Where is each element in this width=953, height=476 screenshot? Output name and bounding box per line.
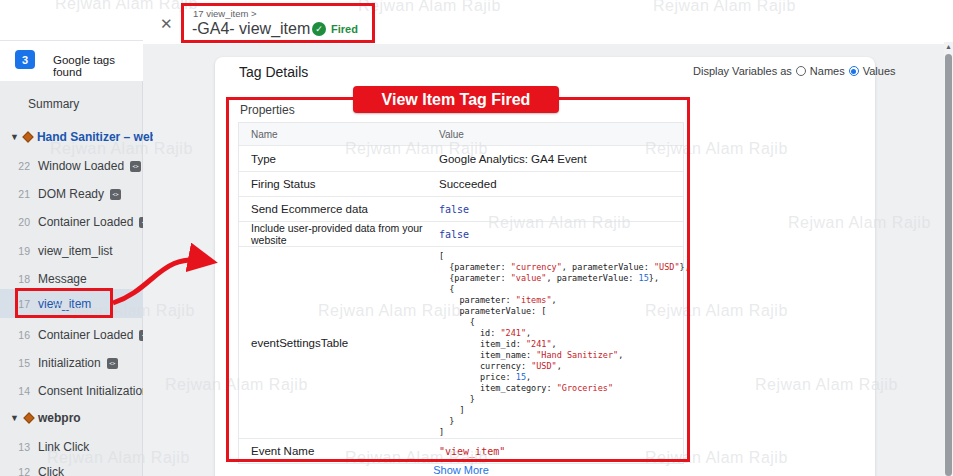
- table-row-event-settings: eventSettingsTable [ {parameter: "curren…: [239, 246, 683, 438]
- property-name: eventSettingsTable: [239, 337, 439, 349]
- event-number: 15: [0, 357, 38, 369]
- event-number: 14: [0, 385, 38, 397]
- tags-found-overlay: 3 Google tags found: [0, 41, 143, 81]
- event-type-icon: <>: [130, 161, 141, 172]
- property-value: Google Analytics: GA4 Event: [439, 153, 587, 165]
- event-type-icon: <>: [107, 358, 118, 369]
- column-header-name: Name: [239, 129, 439, 140]
- event-label: Initialization: [38, 356, 101, 370]
- tag-diamond-icon: [23, 412, 34, 423]
- table-header-row: Name Value: [239, 123, 683, 145]
- event-type-icon: <>: [139, 330, 143, 341]
- event-label: Message: [38, 272, 87, 286]
- event-number: 17: [0, 298, 38, 310]
- sidebar-event-19[interactable]: 19 view_item_list: [0, 243, 143, 259]
- show-more-link[interactable]: Show More: [238, 464, 684, 476]
- radio-names-label[interactable]: Names: [810, 65, 845, 77]
- sidebar-event-17-selected[interactable]: 17 view_item: [0, 296, 143, 312]
- event-settings-code: [ {parameter: "currency", parameterValue…: [439, 247, 690, 444]
- sidebar-event-15[interactable]: 15 Initialization <>: [0, 355, 143, 371]
- event-label: Container Loaded: [38, 328, 133, 342]
- property-value: false: [439, 204, 469, 215]
- tag-details-title: Tag Details: [239, 64, 308, 80]
- fired-status-badge: ✓ Fired: [312, 22, 358, 36]
- google-tags-count-badge: 3: [15, 50, 35, 69]
- connect-header: [0, 0, 143, 41]
- sidebar-event-21[interactable]: 21 DOM Ready <>: [0, 186, 143, 202]
- sidebar-event-18[interactable]: 18 Message: [0, 271, 143, 287]
- event-label: DOM Ready: [38, 187, 104, 201]
- sidebar-event-14[interactable]: 14 Consent Initialization: [0, 383, 143, 399]
- radio-values[interactable]: [849, 66, 859, 76]
- property-value: "view_item": [439, 446, 505, 457]
- fired-label: Fired: [331, 23, 358, 35]
- radio-names[interactable]: [796, 66, 806, 76]
- tag-title: -GA4- view_item: [192, 20, 310, 38]
- container-group-label: webpro: [38, 411, 81, 425]
- event-number: 12: [0, 466, 38, 476]
- container-group-webpro[interactable]: ▼ webpro: [10, 410, 153, 426]
- table-row-type: Type Google Analytics: GA4 Event: [239, 145, 683, 171]
- sidebar-event-16[interactable]: 16 Container Loaded <>: [0, 327, 143, 343]
- event-number: 21: [0, 188, 38, 200]
- event-number: 22: [0, 160, 38, 172]
- sidebar-event-12[interactable]: 12 Click: [0, 464, 143, 476]
- close-detail-icon[interactable]: ✕: [160, 16, 173, 31]
- scrollbar-thumb[interactable]: [945, 54, 952, 476]
- property-name: Event Name: [239, 445, 439, 457]
- property-name: Send Ecommerce data: [239, 203, 439, 215]
- sidebar-item-summary[interactable]: Summary: [28, 97, 79, 111]
- properties-table: Name Value Type Google Analytics: GA4 Ev…: [238, 122, 684, 464]
- event-number: 19: [0, 245, 38, 257]
- event-label: Link Click: [38, 440, 89, 454]
- sidebar-event-22[interactable]: 22 Window Loaded <>: [0, 158, 143, 174]
- caret-down-icon[interactable]: ▼: [10, 132, 19, 142]
- tag-diamond-icon: [22, 131, 33, 142]
- sidebar-event-13[interactable]: 13 Link Click: [0, 439, 143, 455]
- event-label: Window Loaded: [38, 159, 124, 173]
- display-variables-control: Display Variables as Names Values: [693, 65, 896, 77]
- event-type-icon: <>: [139, 217, 143, 228]
- table-row-send-ecommerce: Send Ecommerce data false: [239, 196, 683, 221]
- property-value: false: [439, 229, 469, 240]
- event-number: 18: [0, 273, 38, 285]
- column-header-value: Value: [439, 129, 464, 140]
- google-tags-found-label: Google tags found: [53, 54, 143, 78]
- property-name: Include user-provided data from your web…: [239, 222, 439, 246]
- table-row-firing-status: Firing Status Succeeded: [239, 171, 683, 196]
- radio-values-label[interactable]: Values: [863, 65, 896, 77]
- property-name: Firing Status: [239, 178, 439, 190]
- event-label: view_item_list: [38, 244, 113, 258]
- sidebar-event-20[interactable]: 20 Container Loaded <>: [0, 214, 143, 230]
- breadcrumb: 17 view_item >: [193, 8, 257, 19]
- property-name: Type: [239, 153, 439, 165]
- event-number: 16: [0, 329, 38, 341]
- property-value: Succeeded: [439, 178, 497, 190]
- properties-section-title: Properties: [240, 103, 295, 117]
- container-group-label: Hand Sanitizer – web: [37, 130, 153, 144]
- caret-down-icon[interactable]: ▼: [10, 413, 20, 423]
- event-label: Click: [38, 465, 64, 476]
- event-type-icon: <>: [110, 189, 121, 200]
- event-number: 13: [0, 441, 38, 453]
- display-variables-label: Display Variables as: [693, 65, 792, 77]
- container-group-hand-sanitizer[interactable]: ▼ Hand Sanitizer – web: [10, 129, 153, 145]
- event-label: Consent Initialization: [38, 384, 143, 398]
- event-number: 20: [0, 216, 38, 228]
- check-circle-icon: ✓: [312, 22, 326, 36]
- table-row-user-provided-data: Include user-provided data from your web…: [239, 221, 683, 246]
- event-label: view_item: [38, 297, 91, 311]
- scrollbar-up-icon[interactable]: ▲: [945, 43, 952, 50]
- event-label: Container Loaded: [38, 215, 133, 229]
